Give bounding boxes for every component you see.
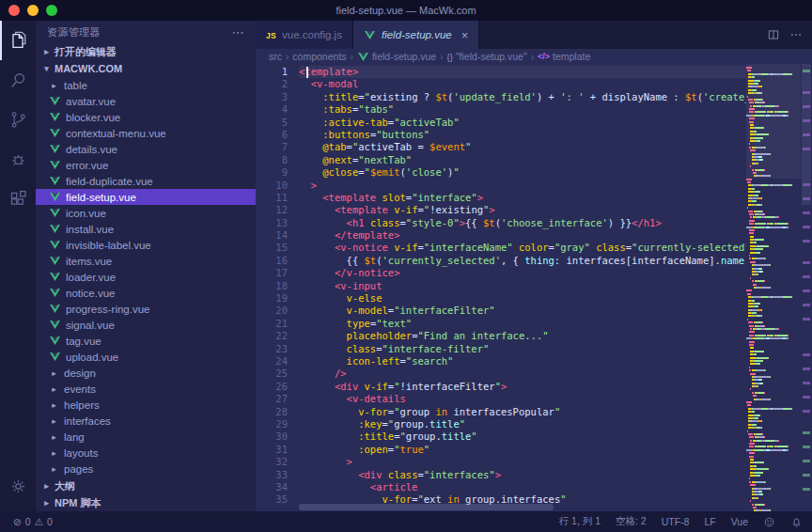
line-number[interactable]: 8 xyxy=(256,154,288,166)
activity-extensions-button[interactable] xyxy=(0,179,36,218)
tree-item-design[interactable]: ▸design xyxy=(36,365,256,381)
code-line[interactable]: </template> xyxy=(299,229,812,242)
code-line[interactable]: <v-modal xyxy=(299,78,812,90)
tree-item-install.vue[interactable]: install.vue xyxy=(36,221,256,237)
code-line[interactable]: type="text" xyxy=(299,318,812,330)
notifications-bell-icon[interactable] xyxy=(790,516,803,528)
code-line[interactable]: > xyxy=(299,180,812,192)
line-number[interactable]: 34 xyxy=(256,481,288,493)
activity-search-button[interactable] xyxy=(0,60,36,100)
line-number[interactable]: 10 xyxy=(256,180,288,192)
activity-manage-button[interactable] xyxy=(0,466,36,506)
tree-item-helpers[interactable]: ▸helpers xyxy=(36,397,256,413)
line-number[interactable]: 33 xyxy=(256,469,288,481)
status-cursor-position[interactable]: 行 1, 列 1 xyxy=(559,515,601,528)
line-number[interactable]: 21 xyxy=(256,318,288,330)
line-number[interactable]: 2 xyxy=(256,78,288,90)
line-number[interactable]: 1 xyxy=(256,66,288,78)
line-number[interactable]: 23 xyxy=(256,343,288,355)
line-number[interactable]: 5 xyxy=(256,117,288,129)
section-workspace[interactable]: ▾ MACWK.COM xyxy=(36,60,256,77)
code-line[interactable]: @tab="activeTab = $event" xyxy=(299,141,812,153)
line-number[interactable]: 28 xyxy=(256,406,288,418)
more-actions-icon[interactable] xyxy=(789,28,803,41)
more-actions-icon[interactable]: ⋯ xyxy=(232,25,244,39)
line-number[interactable]: 22 xyxy=(256,330,288,342)
breadcrumb-item-4[interactable]: {}"field-setup.vue" xyxy=(447,51,527,62)
code-line[interactable]: <div v-if="!interfaceFilter"> xyxy=(299,381,812,393)
line-number[interactable]: 11 xyxy=(256,192,288,204)
section-open-editors[interactable]: ▸ 打开的编辑器 xyxy=(36,43,256,60)
problems-indicator[interactable]: ⊘0⚠0 xyxy=(9,516,56,527)
breadcrumb-item-2[interactable]: components xyxy=(292,51,346,62)
code-line[interactable]: <template> xyxy=(299,66,812,78)
tree-item-error.vue[interactable]: error.vue xyxy=(36,157,256,173)
line-number[interactable]: 13 xyxy=(256,217,288,229)
line-number[interactable]: 15 xyxy=(256,242,288,254)
code-line[interactable]: <v-details xyxy=(299,393,812,405)
scrollbar-thumb[interactable] xyxy=(299,504,554,510)
code-line[interactable]: <v-notice v-if="interfaceName" color="gr… xyxy=(299,242,812,254)
code-line[interactable]: :title="existing ? $t('update_field') + … xyxy=(299,91,812,103)
status-eol[interactable]: LF xyxy=(704,516,715,527)
line-number[interactable]: 29 xyxy=(256,418,288,430)
line-number[interactable]: 3 xyxy=(256,91,288,103)
tree-item-icon.vue[interactable]: icon.vue xyxy=(36,205,256,221)
line-number[interactable]: 31 xyxy=(256,444,288,456)
tree-item-interfaces[interactable]: ▸interfaces xyxy=(36,413,256,429)
code-line[interactable]: <template slot="interface"> xyxy=(299,192,812,204)
tree-item-pages[interactable]: ▸pages xyxy=(36,461,256,477)
tree-item-upload.vue[interactable]: upload.vue xyxy=(36,349,256,365)
breadcrumb-item-3[interactable]: field-setup.vue xyxy=(357,51,436,63)
tab-field-setup.vue[interactable]: field-setup.vue× xyxy=(353,21,479,49)
vertical-scrollbar[interactable] xyxy=(801,64,812,511)
minimap[interactable] xyxy=(746,64,801,511)
code-line[interactable]: <template v-if="!existing"> xyxy=(299,204,812,216)
code-line[interactable]: </v-notice> xyxy=(299,267,812,279)
code-line[interactable]: <div class="interfaces"> xyxy=(299,469,812,481)
tree-item-invisible-label.vue[interactable]: invisible-label.vue xyxy=(36,237,256,253)
code-line[interactable]: :open="true" xyxy=(299,444,812,456)
code-line[interactable]: @close="$emit('close')" xyxy=(299,166,812,179)
tree-item-contextual-menu.vue[interactable]: contextual-menu.vue xyxy=(36,125,256,141)
line-number[interactable]: 20 xyxy=(256,305,288,317)
tree-item-progress-ring.vue[interactable]: progress-ring.vue xyxy=(36,301,256,317)
line-number[interactable]: 32 xyxy=(256,456,288,468)
code-line[interactable]: <article xyxy=(299,481,812,493)
breadcrumb-item-1[interactable]: src xyxy=(269,51,282,62)
line-number[interactable]: 35 xyxy=(256,493,288,506)
minimize-window-button[interactable] xyxy=(27,5,39,16)
code-line[interactable]: v-for="group in interfacesPopular" xyxy=(299,406,812,418)
close-window-button[interactable] xyxy=(8,5,20,16)
code-line[interactable]: :tabs="tabs" xyxy=(299,103,812,116)
status-language-mode[interactable]: Vue xyxy=(731,516,748,527)
tree-item-notice.vue[interactable]: notice.vue xyxy=(36,285,256,301)
split-editor-icon[interactable] xyxy=(767,28,780,41)
line-number[interactable]: 24 xyxy=(256,355,288,368)
horizontal-scrollbar[interactable] xyxy=(299,504,739,510)
tree-item-loader.vue[interactable]: loader.vue xyxy=(36,269,256,285)
line-number[interactable]: 14 xyxy=(256,229,288,242)
code-line[interactable]: {{ $t('currently_selected', { thing: int… xyxy=(299,255,812,267)
code-line[interactable]: class="interface-filter" xyxy=(299,343,812,355)
code-line[interactable]: > xyxy=(299,456,812,468)
minimap-slider[interactable] xyxy=(746,64,801,179)
zoom-window-button[interactable] xyxy=(46,5,57,16)
close-icon[interactable]: × xyxy=(461,29,469,41)
activity-explorer-button[interactable] xyxy=(0,21,36,60)
line-number[interactable]: 16 xyxy=(256,255,288,267)
code-line[interactable]: v-model="interfaceFilter" xyxy=(299,305,812,317)
line-number[interactable]: 27 xyxy=(256,393,288,405)
line-number[interactable]: 6 xyxy=(256,129,288,141)
section-npm-scripts[interactable]: ▸ NPM 脚本 xyxy=(36,494,256,511)
code-line[interactable]: v-else xyxy=(299,292,812,305)
line-number[interactable]: 17 xyxy=(256,267,288,279)
tree-item-blocker.vue[interactable]: blocker.vue xyxy=(36,109,256,125)
status-encoding[interactable]: UTF-8 xyxy=(662,516,690,527)
code-line[interactable]: <v-input xyxy=(299,280,812,292)
status-indentation[interactable]: 空格: 2 xyxy=(616,515,647,528)
tree-item-field-setup.vue[interactable]: field-setup.vue xyxy=(36,189,256,205)
tree-item-events[interactable]: ▸events xyxy=(36,381,256,397)
tree-item-signal.vue[interactable]: signal.vue xyxy=(36,317,256,333)
line-number[interactable]: 26 xyxy=(256,381,288,393)
